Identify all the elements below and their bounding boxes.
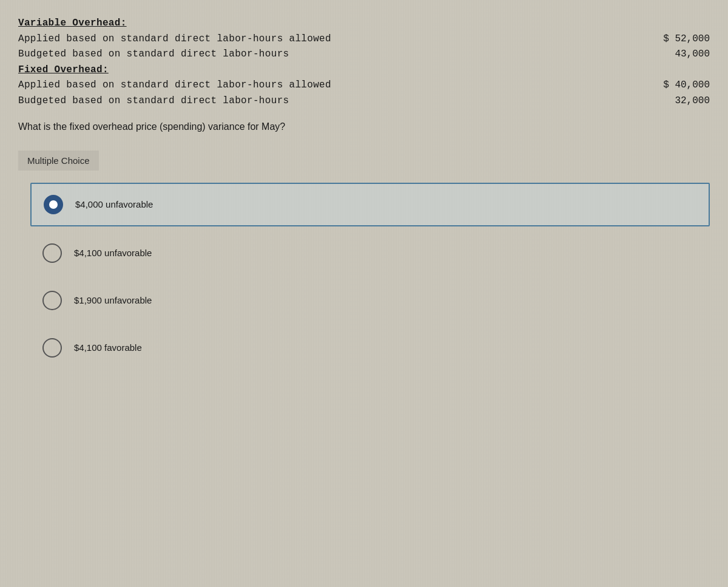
fixed-overhead-label: Fixed Overhead: (18, 63, 109, 78)
info-table: Variable Overhead: Applied based on stan… (18, 12, 710, 109)
variable-overhead-header-row: Variable Overhead: (18, 16, 710, 32)
choices-container: $4,000 unfavorable $4,100 unfavorable $1… (18, 183, 710, 375)
choice-option-d[interactable]: $4,100 favorable (30, 327, 710, 368)
budgeted-variable-label: Budgeted based on standard direct labor-… (18, 47, 289, 63)
budgeted-fixed-label: Budgeted based on standard direct labor-… (18, 93, 289, 109)
multiple-choice-label: Multiple Choice (18, 151, 99, 171)
budgeted-variable-value: 43,000 (649, 47, 710, 63)
radio-d[interactable] (42, 338, 62, 358)
radio-a[interactable] (44, 195, 63, 214)
choice-b-text: $4,100 unfavorable (74, 248, 152, 258)
budgeted-variable-row: Budgeted based on standard direct labor-… (18, 47, 710, 63)
radio-c[interactable] (42, 291, 62, 310)
applied-variable-value: $ 52,000 (649, 32, 710, 47)
radio-a-inner (49, 200, 58, 209)
choice-option-b[interactable]: $4,100 unfavorable (30, 232, 710, 274)
budgeted-fixed-row: Budgeted based on standard direct labor-… (18, 93, 710, 109)
question-text: What is the fixed overhead price (spendi… (18, 121, 710, 132)
applied-variable-row: Applied based on standard direct labor-h… (18, 32, 710, 47)
applied-fixed-row: Applied based on standard direct labor-h… (18, 78, 710, 93)
choice-option-a[interactable]: $4,000 unfavorable (30, 183, 710, 226)
choice-c-text: $1,900 unfavorable (74, 295, 152, 305)
radio-b[interactable] (42, 243, 62, 263)
applied-fixed-value: $ 40,000 (649, 78, 710, 93)
budgeted-fixed-value: 32,000 (649, 93, 710, 109)
choice-a-text: $4,000 unfavorable (75, 199, 153, 209)
applied-variable-label: Applied based on standard direct labor-h… (18, 32, 331, 47)
page-container: Variable Overhead: Applied based on stan… (0, 0, 728, 587)
choice-option-c[interactable]: $1,900 unfavorable (30, 280, 710, 321)
choice-d-text: $4,100 favorable (74, 342, 142, 353)
fixed-overhead-header-row: Fixed Overhead: (18, 63, 710, 78)
applied-fixed-label: Applied based on standard direct labor-h… (18, 78, 331, 93)
variable-overhead-label: Variable Overhead: (18, 16, 127, 32)
